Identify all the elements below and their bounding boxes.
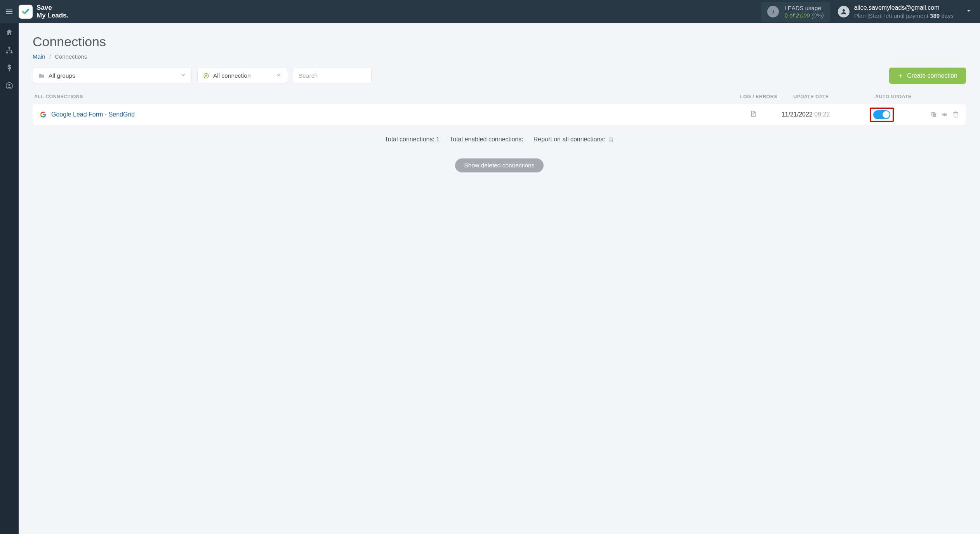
chevron-down-icon: [181, 72, 186, 79]
svg-rect-2: [6, 52, 8, 53]
th-all-connections: ALL CONNECTIONS: [34, 94, 739, 99]
google-icon: [40, 111, 47, 118]
groups-select[interactable]: All groups: [33, 68, 192, 84]
search-box[interactable]: [293, 68, 372, 84]
svg-rect-7: [933, 113, 936, 117]
sidebar-billing[interactable]: [0, 59, 19, 77]
logo-icon: [19, 5, 33, 19]
breadcrumb: Main / Connections: [33, 53, 966, 60]
log-cell[interactable]: [734, 110, 773, 119]
sidebar: [0, 23, 19, 534]
user-email: alice.savemyleads@gmail.com: [854, 4, 954, 12]
auto-update-toggle[interactable]: [873, 110, 890, 119]
summary-row: Total connections: 1 Total enabled conne…: [33, 136, 966, 143]
table-header: ALL CONNECTIONS LOG / ERRORS UPDATE DATE…: [33, 94, 966, 104]
header: Save My Leads. i LEADS usage: 0 of 2'000…: [0, 0, 980, 23]
breadcrumb-main[interactable]: Main: [33, 53, 45, 60]
leads-usage-label: LEADS usage:: [784, 4, 824, 12]
chevron-down-icon: [965, 7, 972, 14]
page-title: Connections: [33, 34, 966, 49]
connection-link[interactable]: Google Lead Form - SendGrid: [51, 111, 135, 118]
user-menu-chevron[interactable]: [965, 7, 972, 16]
show-deleted-button[interactable]: Show deleted connections: [455, 158, 544, 172]
total-connections: Total connections: 1: [385, 136, 440, 143]
th-auto-update: AUTO UPDATE: [871, 94, 922, 99]
folder-icon: [38, 73, 45, 79]
gear-icon[interactable]: [941, 111, 948, 118]
svg-point-0: [843, 9, 845, 12]
home-icon: [5, 28, 13, 36]
create-connection-button[interactable]: Create connection: [889, 68, 966, 84]
copy-icon[interactable]: [930, 111, 937, 118]
document-icon: [750, 110, 757, 118]
svg-point-5: [9, 84, 10, 86]
report-all: Report on all connections:: [533, 136, 614, 143]
sidebar-home[interactable]: [0, 23, 19, 41]
report-icon[interactable]: [607, 136, 614, 143]
row-actions: [916, 111, 959, 118]
connection-name-cell: Google Lead Form - SendGrid: [40, 111, 734, 118]
main-content: Connections Main / Connections All group…: [19, 23, 980, 534]
chevron-down-icon: [276, 72, 281, 79]
user-plan: Plan |Start| left until payment 389 days: [854, 12, 954, 20]
user-circle-icon: [5, 82, 13, 90]
logo[interactable]: Save My Leads.: [19, 4, 68, 19]
svg-rect-3: [10, 52, 12, 53]
leads-usage-box[interactable]: i LEADS usage: 0 of 2'000 (0%): [761, 2, 830, 22]
th-update-date: UPDATE DATE: [778, 94, 844, 99]
total-enabled: Total enabled connections:: [450, 136, 523, 143]
hamburger-menu[interactable]: [0, 0, 19, 23]
hamburger-icon: [5, 7, 14, 16]
toggle-highlight: [870, 108, 894, 122]
sidebar-account[interactable]: [0, 77, 19, 95]
plus-icon: [898, 73, 903, 78]
dollar-icon: [5, 64, 13, 72]
date-cell: 11/21/2022 09:22: [773, 111, 839, 118]
play-circle-icon: [203, 73, 209, 79]
auto-update-cell: [866, 108, 916, 122]
connection-filter-select[interactable]: All connection: [197, 68, 287, 84]
info-icon: i: [767, 6, 779, 17]
sidebar-connections[interactable]: [0, 41, 19, 59]
trash-icon[interactable]: [952, 111, 959, 118]
controls-row: All groups All connection Create connect…: [33, 68, 966, 84]
leads-usage-values: 0 of 2'000 (0%): [784, 12, 824, 19]
search-input[interactable]: [299, 72, 366, 79]
breadcrumb-current: Connections: [55, 53, 87, 60]
th-log: LOG / ERRORS: [739, 94, 778, 99]
logo-text: Save My Leads.: [36, 4, 68, 19]
svg-rect-1: [9, 47, 10, 49]
avatar-icon: [838, 6, 850, 17]
user-menu[interactable]: alice.savemyleads@gmail.com Plan |Start|…: [838, 4, 954, 19]
sitemap-icon: [5, 46, 13, 54]
table-row: Google Lead Form - SendGrid 11/21/2022 0…: [33, 104, 966, 125]
